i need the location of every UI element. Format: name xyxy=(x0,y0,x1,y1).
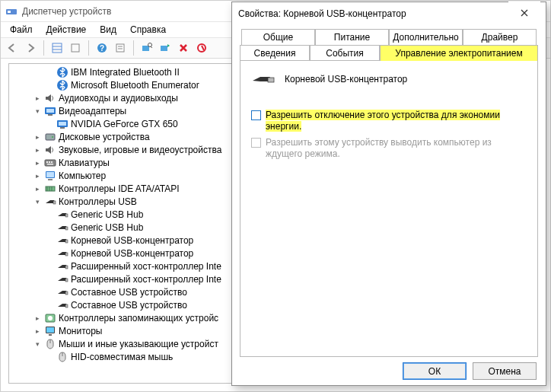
tree-node-label: Расширенный хост-контроллер Inte xyxy=(71,274,225,285)
svg-rect-31 xyxy=(72,44,79,52)
expand-icon[interactable]: ▸ xyxy=(33,314,42,322)
tb-sep xyxy=(133,40,134,56)
tb-back-icon[interactable] xyxy=(4,40,21,56)
tab-general[interactable]: Общие xyxy=(241,29,315,45)
tree-node-label: HID-совместимая мышь xyxy=(71,352,176,362)
tree-node-label: Корневой USB-концентратор xyxy=(71,248,196,259)
bluetooth-icon xyxy=(56,66,68,78)
storage-icon xyxy=(44,312,56,324)
expand-icon[interactable]: ▸ xyxy=(33,327,42,335)
tree-node-label: Видеоадаптеры xyxy=(59,106,129,116)
tree-node-label: Контроллеры USB xyxy=(59,196,140,207)
tb-node-icon[interactable] xyxy=(67,40,84,56)
mouse-icon xyxy=(44,338,56,350)
tb-prop-icon[interactable] xyxy=(112,40,129,56)
expand-icon[interactable]: ▾ xyxy=(33,107,42,115)
tb-update-icon[interactable] xyxy=(157,40,174,56)
expand-icon[interactable]: ▸ xyxy=(33,172,42,180)
allow-turnoff-label[interactable]: Разрешить отключение этого устройства дл… xyxy=(266,110,527,132)
tree-node-label: Microsoft Bluetooth Enumerator xyxy=(71,80,202,91)
dialog-button-row: ОК Отмена xyxy=(232,357,546,385)
tab-power[interactable]: Питание xyxy=(315,29,389,45)
svg-text:?: ? xyxy=(100,44,104,53)
allow-turnoff-checkbox[interactable] xyxy=(251,110,261,120)
tab-events[interactable]: События xyxy=(310,45,380,61)
tree-node-label: Компьютер xyxy=(59,171,109,181)
expand-icon[interactable]: ▾ xyxy=(33,340,42,348)
menu-help[interactable]: Справка xyxy=(124,23,172,37)
cancel-button[interactable]: Отмена xyxy=(473,362,537,380)
tab-panel: Корневой USB-концентратор Разрешить откл… xyxy=(240,60,538,357)
tree-node-label: Звуковые, игровые и видеоустройства xyxy=(59,145,225,155)
tree-node-label: Аудиовходы и аудиовыходы xyxy=(59,93,181,104)
tree-node-label: Контроллеры запоминающих устройс xyxy=(59,313,221,323)
bluetooth-icon xyxy=(56,79,68,91)
menu-view[interactable]: Вид xyxy=(94,23,123,37)
video-icon xyxy=(56,118,68,130)
menu-action[interactable]: Действие xyxy=(40,23,93,37)
audio-icon xyxy=(44,144,56,156)
usb-icon xyxy=(56,286,68,298)
expand-icon[interactable]: ▸ xyxy=(33,94,42,102)
tree-node-label: Составное USB устройство xyxy=(71,300,190,311)
tb-help-icon[interactable]: ? xyxy=(94,40,110,56)
tree-node-label: Контроллеры IDE ATA/ATAPI xyxy=(59,183,183,194)
menu-file[interactable]: Файл xyxy=(4,23,39,37)
dlg-titlebar[interactable]: Свойства: Корневой USB-концентратор xyxy=(232,2,546,24)
expand-icon[interactable]: ▸ xyxy=(33,185,42,193)
video-icon xyxy=(44,105,56,117)
dlg-title-text: Свойства: Корневой USB-концентратор xyxy=(238,8,508,19)
monitor-icon xyxy=(44,325,56,337)
allow-wake-label: Разрешить этому устройству выводить комп… xyxy=(266,137,527,160)
tab-strip: Общие Питание Дополнительно Драйвер Свед… xyxy=(240,29,538,357)
computer-icon xyxy=(44,170,56,182)
tree-node-label: Составное USB устройство xyxy=(71,287,190,298)
tb-sep xyxy=(43,40,44,56)
dm-app-icon xyxy=(5,5,18,18)
tab-details[interactable]: Сведения xyxy=(240,45,310,61)
tab-power-management[interactable]: Управление электропитанием xyxy=(380,45,538,61)
allow-wake-checkbox xyxy=(251,138,261,148)
tab-driver[interactable]: Драйвер xyxy=(463,29,537,45)
tree-node-label: NVIDIA GeForce GTX 650 xyxy=(71,119,181,129)
svg-rect-27 xyxy=(8,11,11,13)
tree-node-label: Generic USB Hub xyxy=(71,222,146,233)
tab-advanced[interactable]: Дополнительно xyxy=(389,29,463,45)
svg-line-39 xyxy=(151,46,152,48)
usb-icon xyxy=(56,260,68,272)
tree-node-label: Клавиатуры xyxy=(59,158,113,168)
mouse-icon xyxy=(56,351,68,363)
tb-details-icon[interactable] xyxy=(49,40,65,56)
audio-icon xyxy=(44,92,56,104)
tree-node-label: Generic USB Hub xyxy=(71,209,146,220)
svg-point-38 xyxy=(148,43,152,47)
expand-icon[interactable]: ▾ xyxy=(33,198,42,206)
disk-icon xyxy=(44,131,56,143)
tree-node-label: IBM Integrated Bluetooth II xyxy=(71,67,183,78)
ok-button[interactable]: ОК xyxy=(403,362,467,380)
svg-point-41 xyxy=(198,44,205,52)
properties-dialog: Свойства: Корневой USB-концентратор Общи… xyxy=(231,2,546,386)
ide-icon xyxy=(44,183,56,195)
tree-node-label: Мониторы xyxy=(59,326,105,336)
tb-disable-icon[interactable] xyxy=(193,40,210,56)
usb-icon xyxy=(56,209,68,221)
tb-uninstall-icon[interactable] xyxy=(175,40,192,56)
tb-scan-icon[interactable] xyxy=(139,40,155,56)
tree-node-label: Мыши и иные указывающие устройст xyxy=(59,339,221,349)
dm-title-text: Диспетчер устройств xyxy=(22,6,111,17)
expand-icon[interactable]: ▸ xyxy=(33,159,42,167)
svg-rect-37 xyxy=(142,46,149,51)
expand-icon[interactable]: ▸ xyxy=(33,146,42,154)
usb-icon xyxy=(44,196,56,208)
svg-rect-40 xyxy=(161,46,167,51)
usb-icon xyxy=(56,299,68,311)
usb-icon xyxy=(56,247,68,260)
svg-rect-34 xyxy=(116,44,124,52)
expand-icon[interactable]: ▸ xyxy=(33,133,42,141)
tb-forward-icon[interactable] xyxy=(22,40,39,56)
tree-node-label: Корневой USB-концентратор xyxy=(71,235,196,246)
close-icon[interactable] xyxy=(508,2,540,24)
usb-icon xyxy=(56,273,68,285)
usb-icon xyxy=(56,221,68,234)
